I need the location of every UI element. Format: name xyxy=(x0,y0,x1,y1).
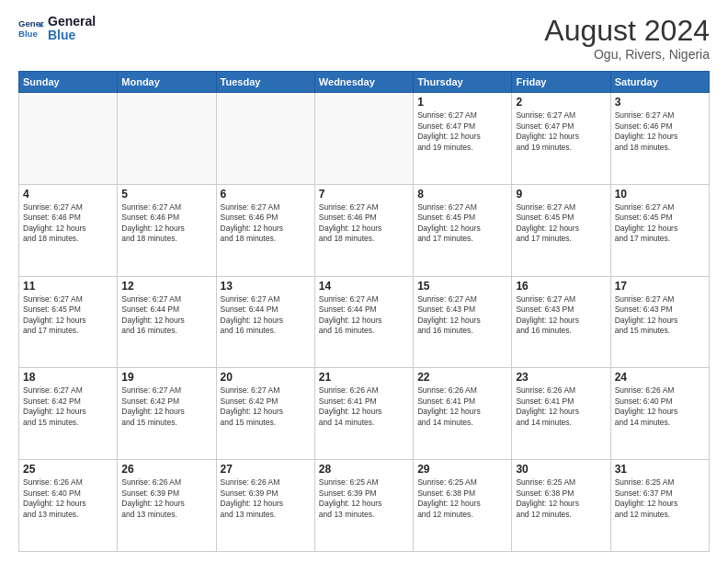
calendar-day-cell: 27Sunrise: 6:26 AM Sunset: 6:39 PM Dayli… xyxy=(216,460,314,552)
day-number: 15 xyxy=(417,280,507,293)
calendar-week-row: 1Sunrise: 6:27 AM Sunset: 6:47 PM Daylig… xyxy=(19,93,710,185)
calendar-day-cell: 15Sunrise: 6:27 AM Sunset: 6:43 PM Dayli… xyxy=(414,276,512,368)
calendar-day-cell: 3Sunrise: 6:27 AM Sunset: 6:46 PM Daylig… xyxy=(610,93,709,185)
day-number: 3 xyxy=(615,96,705,109)
day-number: 13 xyxy=(221,280,311,293)
svg-text:Blue: Blue xyxy=(18,29,38,39)
day-info: Sunrise: 6:27 AM Sunset: 6:44 PM Dayligh… xyxy=(319,294,409,337)
calendar-day-cell: 10Sunrise: 6:27 AM Sunset: 6:45 PM Dayli… xyxy=(610,184,709,276)
calendar-week-row: 4Sunrise: 6:27 AM Sunset: 6:46 PM Daylig… xyxy=(19,184,710,276)
day-number: 21 xyxy=(319,371,409,384)
calendar-day-cell: 26Sunrise: 6:26 AM Sunset: 6:39 PM Dayli… xyxy=(118,460,216,552)
day-info: Sunrise: 6:27 AM Sunset: 6:46 PM Dayligh… xyxy=(23,202,113,245)
location-subtitle: Ogu, Rivers, Nigeria xyxy=(544,47,710,62)
logo-blue: Blue xyxy=(48,29,96,42)
calendar-day-cell: 9Sunrise: 6:27 AM Sunset: 6:45 PM Daylig… xyxy=(512,184,610,276)
day-info: Sunrise: 6:27 AM Sunset: 6:45 PM Dayligh… xyxy=(417,202,507,245)
day-number: 12 xyxy=(121,280,211,293)
calendar-day-cell: 7Sunrise: 6:27 AM Sunset: 6:46 PM Daylig… xyxy=(314,184,413,276)
calendar-day-cell: 28Sunrise: 6:25 AM Sunset: 6:39 PM Dayli… xyxy=(314,460,413,552)
day-info: Sunrise: 6:27 AM Sunset: 6:46 PM Dayligh… xyxy=(221,202,311,245)
calendar-day-cell: 6Sunrise: 6:27 AM Sunset: 6:46 PM Daylig… xyxy=(216,184,314,276)
calendar-day-cell xyxy=(118,93,216,185)
day-info: Sunrise: 6:27 AM Sunset: 6:47 PM Dayligh… xyxy=(417,110,507,153)
day-number: 9 xyxy=(516,188,606,201)
day-number: 18 xyxy=(23,371,113,384)
day-number: 29 xyxy=(417,463,507,476)
day-number: 10 xyxy=(615,188,705,201)
calendar-day-cell: 31Sunrise: 6:25 AM Sunset: 6:37 PM Dayli… xyxy=(610,460,709,552)
calendar-day-cell xyxy=(19,93,118,185)
day-number: 4 xyxy=(23,188,113,201)
day-number: 16 xyxy=(516,280,606,293)
day-number: 17 xyxy=(615,280,705,293)
day-number: 26 xyxy=(121,463,211,476)
calendar-day-cell: 18Sunrise: 6:27 AM Sunset: 6:42 PM Dayli… xyxy=(19,368,118,460)
day-number: 2 xyxy=(516,96,606,109)
calendar-day-cell: 24Sunrise: 6:26 AM Sunset: 6:40 PM Dayli… xyxy=(610,368,709,460)
page: General Blue General Blue August 2024 Og… xyxy=(0,0,728,563)
calendar-day-cell: 29Sunrise: 6:25 AM Sunset: 6:38 PM Dayli… xyxy=(414,460,512,552)
day-number: 14 xyxy=(319,280,409,293)
day-info: Sunrise: 6:25 AM Sunset: 6:37 PM Dayligh… xyxy=(615,477,705,520)
calendar-day-cell: 19Sunrise: 6:27 AM Sunset: 6:42 PM Dayli… xyxy=(118,368,216,460)
day-info: Sunrise: 6:27 AM Sunset: 6:45 PM Dayligh… xyxy=(23,294,113,337)
calendar-day-cell: 20Sunrise: 6:27 AM Sunset: 6:42 PM Dayli… xyxy=(216,368,314,460)
day-info: Sunrise: 6:27 AM Sunset: 6:42 PM Dayligh… xyxy=(23,385,113,428)
day-number: 19 xyxy=(121,371,211,384)
day-number: 1 xyxy=(417,96,507,109)
header: General Blue General Blue August 2024 Og… xyxy=(18,15,710,62)
calendar-day-cell: 2Sunrise: 6:27 AM Sunset: 6:47 PM Daylig… xyxy=(512,93,610,185)
day-info: Sunrise: 6:27 AM Sunset: 6:43 PM Dayligh… xyxy=(516,294,606,337)
calendar-day-cell: 5Sunrise: 6:27 AM Sunset: 6:46 PM Daylig… xyxy=(118,184,216,276)
weekday-header: Monday xyxy=(118,72,216,93)
weekday-header: Saturday xyxy=(610,72,709,93)
calendar-day-cell: 1Sunrise: 6:27 AM Sunset: 6:47 PM Daylig… xyxy=(414,93,512,185)
calendar-day-cell: 12Sunrise: 6:27 AM Sunset: 6:44 PM Dayli… xyxy=(118,276,216,368)
weekday-header: Friday xyxy=(512,72,610,93)
day-number: 22 xyxy=(417,371,507,384)
day-info: Sunrise: 6:26 AM Sunset: 6:39 PM Dayligh… xyxy=(221,477,311,520)
day-info: Sunrise: 6:27 AM Sunset: 6:46 PM Dayligh… xyxy=(121,202,211,245)
calendar-week-row: 25Sunrise: 6:26 AM Sunset: 6:40 PM Dayli… xyxy=(19,460,710,552)
calendar-day-cell: 8Sunrise: 6:27 AM Sunset: 6:45 PM Daylig… xyxy=(414,184,512,276)
logo-general: General xyxy=(48,15,96,29)
calendar-day-cell: 16Sunrise: 6:27 AM Sunset: 6:43 PM Dayli… xyxy=(512,276,610,368)
weekday-header: Thursday xyxy=(414,72,512,93)
calendar-week-row: 18Sunrise: 6:27 AM Sunset: 6:42 PM Dayli… xyxy=(19,368,710,460)
day-info: Sunrise: 6:27 AM Sunset: 6:47 PM Dayligh… xyxy=(516,110,606,153)
calendar-day-cell: 4Sunrise: 6:27 AM Sunset: 6:46 PM Daylig… xyxy=(19,184,118,276)
calendar-header-row: SundayMondayTuesdayWednesdayThursdayFrid… xyxy=(19,72,710,93)
day-info: Sunrise: 6:27 AM Sunset: 6:44 PM Dayligh… xyxy=(221,294,311,337)
calendar-day-cell: 11Sunrise: 6:27 AM Sunset: 6:45 PM Dayli… xyxy=(19,276,118,368)
weekday-header: Sunday xyxy=(19,72,118,93)
day-number: 24 xyxy=(615,371,705,384)
weekday-header: Tuesday xyxy=(216,72,314,93)
month-year-title: August 2024 xyxy=(544,15,710,47)
day-info: Sunrise: 6:27 AM Sunset: 6:42 PM Dayligh… xyxy=(121,385,211,428)
day-number: 8 xyxy=(417,188,507,201)
day-info: Sunrise: 6:27 AM Sunset: 6:42 PM Dayligh… xyxy=(221,385,311,428)
calendar-day-cell: 13Sunrise: 6:27 AM Sunset: 6:44 PM Dayli… xyxy=(216,276,314,368)
day-info: Sunrise: 6:26 AM Sunset: 6:39 PM Dayligh… xyxy=(121,477,211,520)
day-number: 7 xyxy=(319,188,409,201)
day-info: Sunrise: 6:26 AM Sunset: 6:40 PM Dayligh… xyxy=(615,385,705,428)
day-info: Sunrise: 6:27 AM Sunset: 6:46 PM Dayligh… xyxy=(615,110,705,153)
day-info: Sunrise: 6:26 AM Sunset: 6:41 PM Dayligh… xyxy=(319,385,409,428)
calendar-day-cell: 14Sunrise: 6:27 AM Sunset: 6:44 PM Dayli… xyxy=(314,276,413,368)
day-info: Sunrise: 6:27 AM Sunset: 6:43 PM Dayligh… xyxy=(615,294,705,337)
day-info: Sunrise: 6:26 AM Sunset: 6:41 PM Dayligh… xyxy=(417,385,507,428)
logo: General Blue General Blue xyxy=(18,15,96,43)
day-info: Sunrise: 6:25 AM Sunset: 6:38 PM Dayligh… xyxy=(516,477,606,520)
day-number: 23 xyxy=(516,371,606,384)
day-info: Sunrise: 6:27 AM Sunset: 6:45 PM Dayligh… xyxy=(516,202,606,245)
calendar-day-cell xyxy=(314,93,413,185)
calendar-day-cell: 23Sunrise: 6:26 AM Sunset: 6:41 PM Dayli… xyxy=(512,368,610,460)
day-info: Sunrise: 6:27 AM Sunset: 6:43 PM Dayligh… xyxy=(417,294,507,337)
day-info: Sunrise: 6:27 AM Sunset: 6:46 PM Dayligh… xyxy=(319,202,409,245)
calendar-day-cell: 30Sunrise: 6:25 AM Sunset: 6:38 PM Dayli… xyxy=(512,460,610,552)
calendar-table: SundayMondayTuesdayWednesdayThursdayFrid… xyxy=(18,71,710,552)
day-info: Sunrise: 6:26 AM Sunset: 6:40 PM Dayligh… xyxy=(23,477,113,520)
day-number: 6 xyxy=(221,188,311,201)
day-number: 25 xyxy=(23,463,113,476)
